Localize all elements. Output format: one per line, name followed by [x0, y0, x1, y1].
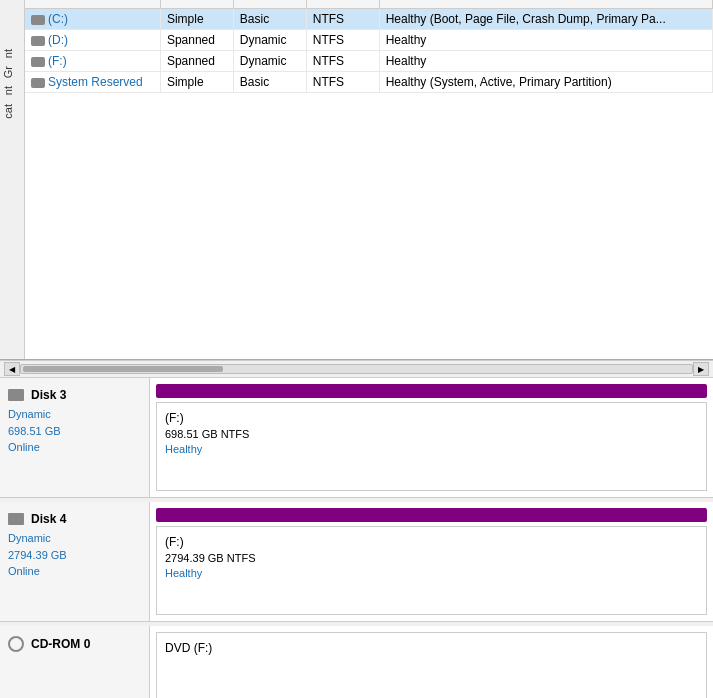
col-header-volume [25, 0, 160, 9]
volume-table-body: (C:)SimpleBasicNTFSHealthy (Boot, Page F… [25, 9, 713, 93]
left-label-cat: cat [0, 100, 24, 123]
disk-info-panel: Disk 4Dynamic2794.39 GBOnline [0, 502, 150, 621]
cell-filesystem: NTFS [306, 51, 379, 72]
table-row[interactable]: System ReservedSimpleBasicNTFSHealthy (S… [25, 72, 713, 93]
disk-id-label: Disk 3 [31, 388, 66, 402]
disk-visual-content: (F:)2794.39 GB NTFSHealthy [150, 502, 713, 621]
table-header-row [25, 0, 713, 9]
disk-mini-icon [8, 513, 24, 525]
cell-volume: (C:) [25, 9, 160, 30]
disk-info-panel: Disk 3Dynamic698.51 GBOnline [0, 378, 150, 497]
disk-size-label: 2794.39 GB [8, 547, 141, 564]
cell-layout: Spanned [160, 30, 233, 51]
disk-title: Disk 4 [8, 512, 141, 526]
table-row[interactable]: (F:)SpannedDynamicNTFSHealthy [25, 51, 713, 72]
disk-id-label: CD-ROM 0 [31, 637, 90, 651]
partition-health: Healthy [165, 567, 698, 579]
partition-size: 2794.39 GB NTFS [165, 552, 698, 564]
left-label-nt2: nt [0, 82, 24, 99]
cell-type: Basic [233, 72, 306, 93]
drive-name: (C:) [48, 12, 68, 26]
cell-volume: System Reserved [25, 72, 160, 93]
partition-label: DVD (F:) [165, 641, 698, 655]
cell-filesystem: NTFS [306, 9, 379, 30]
volume-table-area: nt Gr nt cat (C:)SimpleBasicNTFSHealt [0, 0, 713, 360]
col-header-status [379, 0, 712, 9]
disk-id-label: Disk 4 [31, 512, 66, 526]
table-row[interactable]: (C:)SimpleBasicNTFSHealthy (Boot, Page F… [25, 9, 713, 30]
cell-layout: Simple [160, 9, 233, 30]
cell-layout: Simple [160, 72, 233, 93]
disk-type-label: Dynamic [8, 530, 141, 547]
cell-type: Basic [233, 9, 306, 30]
disk-partition[interactable]: (F:)698.51 GB NTFSHealthy [156, 402, 707, 491]
disk-status-label: Online [8, 563, 141, 580]
table-row[interactable]: (D:)SpannedDynamicNTFSHealthy [25, 30, 713, 51]
scrollbar-track[interactable] [20, 364, 693, 374]
drive-name: (D:) [48, 33, 68, 47]
left-label-nt: nt [0, 45, 24, 62]
disk-size-label: 698.51 GB [8, 423, 141, 440]
cell-status: Healthy (Boot, Page File, Crash Dump, Pr… [379, 9, 712, 30]
disk-icon [31, 15, 45, 25]
volume-table: (C:)SimpleBasicNTFSHealthy (Boot, Page F… [25, 0, 713, 93]
disk-detail: Dynamic698.51 GBOnline [8, 406, 141, 456]
cdrom-icon [8, 636, 24, 652]
disk-icon [31, 78, 45, 88]
drive-name: (F:) [48, 54, 67, 68]
disk-partition[interactable]: DVD (F:) [156, 632, 707, 698]
cell-volume: (F:) [25, 51, 160, 72]
disk-row: Disk 4Dynamic2794.39 GBOnline(F:)2794.39… [0, 502, 713, 622]
disk-row: Disk 3Dynamic698.51 GBOnline(F:)698.51 G… [0, 378, 713, 498]
cell-type: Dynamic [233, 30, 306, 51]
partition-label: (F:) [165, 411, 698, 425]
disk-management-window: nt Gr nt cat (C:)SimpleBasicNTFSHealt [0, 0, 713, 698]
scrollbar-thumb[interactable] [23, 366, 223, 372]
scroll-left-button[interactable]: ◀ [4, 362, 20, 376]
cell-filesystem: NTFS [306, 72, 379, 93]
disk-title: CD-ROM 0 [8, 636, 141, 652]
cell-filesystem: NTFS [306, 30, 379, 51]
disk-info-panel: CD-ROM 0 [0, 626, 150, 698]
cell-type: Dynamic [233, 51, 306, 72]
disk-status-label: Online [8, 439, 141, 456]
disk-type-label: Dynamic [8, 406, 141, 423]
col-header-layout [160, 0, 233, 9]
disk-partition[interactable]: (F:)2794.39 GB NTFSHealthy [156, 526, 707, 615]
left-label-gr: Gr [0, 62, 24, 82]
disk-visual-area: Disk 3Dynamic698.51 GBOnline(F:)698.51 G… [0, 378, 713, 698]
disk-visual-content: DVD (F:) [150, 626, 713, 698]
volume-table-wrapper: (C:)SimpleBasicNTFSHealthy (Boot, Page F… [25, 0, 713, 359]
partition-health: Healthy [165, 443, 698, 455]
col-header-type [233, 0, 306, 9]
cell-volume: (D:) [25, 30, 160, 51]
disk-detail: Dynamic2794.39 GBOnline [8, 530, 141, 580]
scroll-right-button[interactable]: ▶ [693, 362, 709, 376]
partition-size: 698.51 GB NTFS [165, 428, 698, 440]
cell-layout: Spanned [160, 51, 233, 72]
disk-usage-bar [156, 508, 707, 522]
col-header-filesystem [306, 0, 379, 9]
disk-title: Disk 3 [8, 388, 141, 402]
drive-name: System Reserved [48, 75, 143, 89]
cell-status: Healthy (System, Active, Primary Partiti… [379, 72, 712, 93]
disk-icon [31, 57, 45, 67]
left-panel: nt Gr nt cat [0, 0, 25, 359]
disk-mini-icon [8, 389, 24, 401]
disk-usage-bar [156, 384, 707, 398]
partition-label: (F:) [165, 535, 698, 549]
cell-status: Healthy [379, 51, 712, 72]
disk-icon [31, 36, 45, 46]
disk-visual-content: (F:)698.51 GB NTFSHealthy [150, 378, 713, 497]
horizontal-scrollbar[interactable]: ◀ ▶ [0, 360, 713, 378]
disk-row: CD-ROM 0DVD (F:) [0, 626, 713, 698]
cell-status: Healthy [379, 30, 712, 51]
